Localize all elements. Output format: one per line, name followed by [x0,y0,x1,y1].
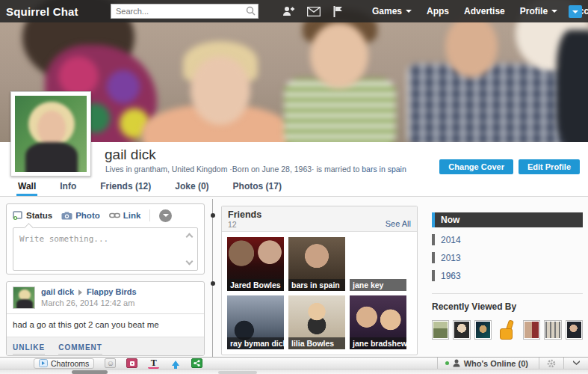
post-target-arrow-icon [78,289,82,295]
horizontal-scrollbar[interactable] [0,369,588,374]
nav-profile[interactable]: Profile [520,6,557,16]
status-textarea[interactable] [13,228,182,270]
cover-figure [310,22,368,88]
timeline-year[interactable]: 1963 [432,270,583,281]
thumbs-up-icon[interactable] [498,319,517,340]
composer-more-button[interactable] [159,209,172,222]
edit-profile-button[interactable]: Edit Profile [519,159,580,174]
main-content: Status Photo Link [0,197,588,357]
recently-viewed-row [432,319,583,340]
nav-apps[interactable]: Apps [427,6,449,16]
share-icon[interactable] [191,358,202,368]
photo-camera-icon [61,212,72,220]
add-friend-icon[interactable] [282,6,294,16]
timeline-year[interactable]: 2013 [432,252,583,263]
collapse-chevron-icon[interactable] [563,358,588,369]
whos-online-icon [453,359,460,367]
viewer-avatar[interactable] [544,320,561,340]
tab-joke[interactable]: Joke (0) [173,178,210,196]
status-icon [13,211,23,220]
viewer-avatar[interactable] [453,320,470,340]
profile-name: gail dick [105,147,156,163]
upload-icon[interactable] [170,358,181,368]
tab-wall[interactable]: Wall [16,178,37,196]
nav-links: Games Apps Advertise Profile Account [372,0,588,22]
spouse-link[interactable]: bars in spain [362,165,406,174]
friend-tile[interactable]: Jared Bowles [227,237,284,291]
tab-friends[interactable]: Friends (12) [99,178,152,196]
friend-tile[interactable]: jane bradshew [350,295,406,349]
status-composer: Status Photo Link [6,203,205,275]
friend-tile[interactable]: ray byman dick [227,295,284,349]
composer-photo-tab[interactable]: Photo [61,211,100,220]
friends-title: Friends [228,209,411,220]
search-icon[interactable] [246,6,256,16]
profile-meta: Lives in grantham, United Kingdom ·Born … [105,165,406,174]
app-logo[interactable]: Squirrel Chat [6,5,78,18]
column-separator[interactable] [212,199,213,357]
change-cover-button[interactable]: Change Cover [439,159,513,174]
separator-handle[interactable] [211,213,215,218]
textarea-scrollbar[interactable] [182,231,196,267]
composer-link-tab[interactable]: Link [109,211,141,220]
post-actions: UNLIKE COMMENT [7,337,204,356]
chevron-down-icon [163,214,169,217]
timeline-sidebar: Now 2014 2013 1963 Recently Viewed By [432,197,583,357]
cover-figure [191,56,250,125]
friend-tile[interactable]: lilia Bowles [288,295,345,349]
chatrooms-button[interactable]: Chatrooms [34,358,94,369]
viewer-avatar[interactable] [566,320,583,340]
nav-games[interactable]: Games [372,6,412,16]
scroll-up-icon[interactable] [185,233,193,241]
viewer-avatar[interactable] [474,320,492,340]
friend-tile[interactable]: jane key [350,237,406,291]
app-window: Squirrel Chat Games Apps [0,0,588,374]
friends-grid: Jared Bowles bars in spain jane key ray … [222,232,417,355]
scroll-down-icon[interactable] [185,258,193,266]
gear-icon[interactable] [539,358,563,369]
viewer-avatar[interactable] [523,320,540,340]
separator-handle[interactable] [211,281,215,286]
emoticons-icon[interactable]: ☺ [105,358,116,368]
friend-tile[interactable]: bars in spain [288,237,345,291]
composer-status-tab[interactable]: Status [13,211,52,220]
top-navbar: Squirrel Chat Games Apps [0,0,588,22]
cover-figure [445,15,498,78]
online-status-dot [445,361,449,365]
nav-advertise[interactable]: Advertise [464,6,505,16]
post-author-link[interactable]: gail dick [41,286,74,298]
post-body: had a go at this got 2 can you beat me [7,314,204,337]
search-box [111,4,259,19]
media-icon[interactable] [126,358,137,368]
profile-buttons: Change Cover Edit Profile [439,159,580,174]
post-author-avatar[interactable] [13,286,35,309]
unlike-link[interactable]: UNLIKE [13,343,45,355]
chevron-down-icon [551,10,557,13]
profile-picture-image [15,96,87,172]
scrollbar-thumb[interactable] [72,370,108,374]
chevron-down-icon [406,10,412,13]
cover-figure [557,30,588,142]
search-input[interactable] [111,4,259,19]
notifications-flag-icon[interactable] [333,6,342,17]
text-format-icon[interactable]: T [148,358,159,369]
link-chain-icon [109,212,120,218]
comment-link[interactable]: COMMENT [58,343,102,355]
post-app-link[interactable]: Flappy Birds [87,286,137,298]
messages-icon[interactable] [307,7,321,16]
tab-info[interactable]: Info [58,178,78,196]
friends-panel: Friends 12 See All Jared Bowles bars in … [221,206,418,355]
navbar-dropdown-button[interactable] [569,5,582,18]
whos-online-button[interactable]: Who's Online (0) [437,358,539,369]
timeline-year[interactable]: 2014 [432,234,583,245]
status-input-bubble [13,227,198,271]
tab-photos[interactable]: Photos (17) [232,178,283,196]
profile-picture[interactable] [10,91,91,177]
bottom-chat-bar: Chatrooms ☺ T Who's Online (0) [0,357,588,369]
profile-tabbar: Wall Info Friends (12) Joke (0) Photos (… [0,178,588,197]
see-all-link[interactable]: See All [386,219,411,228]
viewer-avatar[interactable] [432,320,449,340]
chatrooms-icon [39,359,48,367]
timeline-now[interactable]: Now [432,212,583,227]
wall-post: gail dick Flappy Birds March 26, 2014 12… [6,281,205,356]
